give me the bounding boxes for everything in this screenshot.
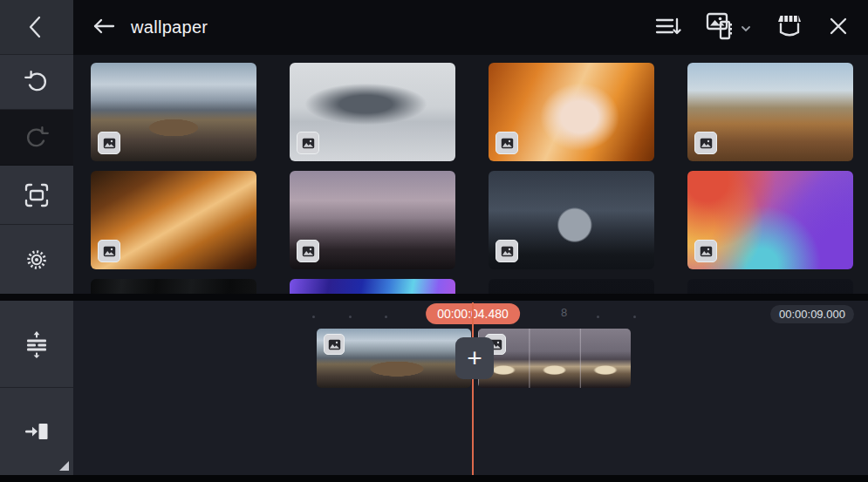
playhead-line[interactable] bbox=[472, 302, 474, 475]
image-type-badge bbox=[496, 240, 518, 262]
image-type-badge bbox=[694, 132, 717, 154]
wallpaper-thumbnail-6[interactable] bbox=[290, 171, 455, 269]
insert-clip-icon bbox=[23, 418, 51, 445]
image-type-badge bbox=[98, 132, 120, 154]
page-title: wallpaper bbox=[131, 17, 208, 37]
total-duration-badge: 00:00:09.000 bbox=[770, 305, 854, 323]
sidebar-redo-button[interactable] bbox=[0, 110, 73, 166]
image-type-badge bbox=[496, 132, 518, 154]
back-arrow-icon bbox=[92, 18, 115, 37]
sidebar-fit-screen-button[interactable] bbox=[0, 166, 73, 225]
close-icon bbox=[828, 16, 849, 40]
chevron-left-icon bbox=[24, 14, 50, 40]
wallpaper-thumbnail-9[interactable] bbox=[91, 279, 256, 294]
image-type-badge bbox=[98, 240, 120, 262]
wallpaper-thumbnail-4[interactable] bbox=[687, 63, 853, 161]
timeline-panel: 8 00:00:09.000 + 00:00:04.480 bbox=[73, 301, 868, 475]
store-button[interactable] bbox=[763, 6, 816, 50]
video-editor-window: wallpaper bbox=[0, 0, 868, 482]
chevron-down-icon bbox=[739, 20, 751, 36]
media-type-button[interactable] bbox=[694, 4, 763, 51]
undo-icon bbox=[24, 69, 50, 95]
fullscreen-frame-icon bbox=[23, 181, 51, 209]
ruler-second-label: 8 bbox=[561, 306, 567, 319]
media-type-icon bbox=[706, 11, 739, 44]
ruler-tick bbox=[597, 316, 599, 318]
sidebar-insert-media-button[interactable] bbox=[0, 388, 73, 475]
ruler-tick bbox=[349, 316, 352, 318]
ruler-tick bbox=[385, 316, 387, 318]
sidebar-settings-button[interactable] bbox=[0, 225, 73, 294]
wallpaper-thumbnail-7[interactable] bbox=[489, 171, 654, 269]
sidebar-expand-tracks-button[interactable] bbox=[0, 301, 73, 388]
sidebar-undo-button[interactable] bbox=[0, 55, 73, 110]
back-button[interactable] bbox=[92, 18, 115, 37]
timeline-clip-cars[interactable] bbox=[478, 329, 631, 388]
image-type-badge bbox=[297, 132, 319, 154]
wallpaper-thumbnail-1[interactable] bbox=[91, 63, 256, 161]
wallpaper-thumbnail-11[interactable] bbox=[489, 279, 654, 294]
timeline-clip-lake[interactable] bbox=[317, 329, 471, 388]
sort-button[interactable] bbox=[643, 8, 694, 48]
gear-icon bbox=[24, 247, 50, 273]
bottom-edge-bar bbox=[0, 475, 868, 482]
sort-icon bbox=[655, 15, 681, 41]
ruler-tick bbox=[633, 316, 636, 318]
panel-header: wallpaper bbox=[73, 0, 868, 55]
image-type-badge bbox=[694, 240, 717, 262]
wallpaper-thumbnail-10[interactable] bbox=[290, 279, 455, 294]
wallpaper-thumbnail-12[interactable] bbox=[687, 279, 853, 294]
ruler-tick bbox=[312, 316, 315, 318]
sidebar-collapse-button[interactable] bbox=[0, 0, 73, 55]
close-button[interactable] bbox=[816, 9, 868, 47]
store-icon bbox=[776, 13, 803, 43]
wallpaper-thumbnail-3[interactable] bbox=[489, 63, 654, 161]
resize-corner-handle[interactable] bbox=[59, 461, 69, 471]
wallpaper-thumbnail-5[interactable] bbox=[91, 171, 256, 269]
image-type-badge bbox=[297, 240, 319, 262]
redo-icon bbox=[24, 125, 50, 151]
image-type-badge bbox=[324, 334, 345, 355]
wallpaper-thumbnail-8[interactable] bbox=[687, 171, 853, 269]
wallpaper-thumbnail-2[interactable] bbox=[290, 63, 455, 161]
wallpaper-grid bbox=[73, 55, 868, 294]
tracks-expand-icon bbox=[23, 330, 51, 358]
add-transition-button[interactable]: + bbox=[455, 337, 494, 379]
